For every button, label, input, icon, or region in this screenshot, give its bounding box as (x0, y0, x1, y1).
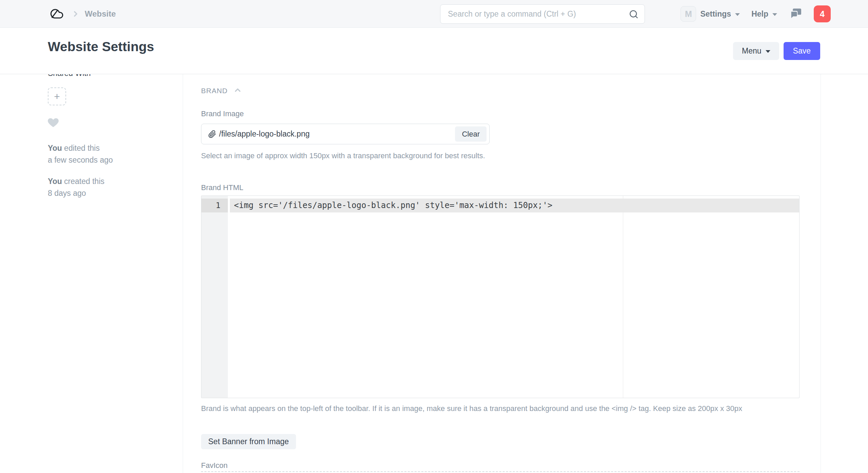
settings-dropdown-label: Settings (700, 9, 731, 19)
page-actions: Menu Save (733, 42, 820, 60)
timeline-user: You (48, 177, 62, 186)
editor-line-number: 1 (201, 199, 220, 212)
form-body: BRAND Brand Image /files/apple-logo-blac… (201, 74, 800, 473)
page-head: Website Settings Menu Save (0, 28, 868, 74)
avatar: M (680, 6, 696, 22)
help-dropdown-label: Help (751, 9, 768, 19)
timeline-user: You (48, 144, 62, 152)
timeline-action: created this (62, 177, 104, 186)
editor-print-margin (623, 196, 623, 398)
sidebar-divider (183, 74, 183, 473)
timeline-when: a few seconds ago (48, 156, 113, 164)
set-banner-from-image-button[interactable]: Set Banner from Image (201, 434, 296, 449)
editor-gutter (201, 196, 228, 398)
brand-html-label: Brand HTML (201, 183, 243, 192)
clear-attachment-button[interactable]: Clear (455, 126, 487, 142)
help-dropdown[interactable]: Help (751, 9, 777, 19)
save-button[interactable]: Save (784, 42, 820, 60)
brand-image-label: Brand Image (201, 109, 244, 118)
timeline-created: You created this 8 days ago (48, 176, 104, 199)
brand-html-code-editor[interactable]: 1 <img src='/files/apple-logo-black.png'… (201, 196, 800, 398)
chevron-right-icon (71, 9, 80, 18)
caret-down-icon (735, 13, 740, 16)
search-icon[interactable] (629, 9, 639, 21)
attached-file-name: /files/apple-logo-black.png (219, 129, 310, 139)
menu-button-label: Menu (742, 46, 762, 56)
form-right-border (821, 74, 821, 473)
cloud-logo-icon (48, 7, 63, 20)
navbar-right: M Settings Help 4 (680, 0, 831, 28)
timeline-when: 8 days ago (48, 189, 86, 198)
caret-down-icon (772, 13, 777, 16)
breadcrumb[interactable]: Website (85, 9, 116, 19)
favicon-label: FavIcon (201, 461, 228, 470)
brand-image-description: Select an image of approx width 150px wi… (201, 150, 496, 162)
timeline-edited: You edited this a few seconds ago (48, 142, 113, 166)
section-label: BRAND (201, 87, 228, 95)
navbar: Website M Settings Help (0, 0, 868, 28)
editor-code-line: <img src='/files/apple-logo-black.png' s… (234, 199, 552, 212)
global-search (440, 4, 645, 24)
chat-bubbles-icon (789, 7, 802, 21)
paperclip-icon (208, 130, 216, 138)
caret-down-icon (766, 50, 770, 53)
chevron-up-icon (233, 86, 242, 96)
notifications-badge[interactable]: 4 (814, 5, 831, 22)
favicon-attach-area-edge (201, 471, 800, 473)
brand-html-description: Brand is what appears on the top-left of… (201, 403, 803, 414)
navbar-left: Website (48, 6, 116, 22)
timeline-action: edited this (62, 144, 100, 152)
website-settings-screen: Website M Settings Help (0, 0, 868, 473)
chat-button[interactable] (789, 7, 802, 21)
page-title: Website Settings (48, 39, 154, 54)
section-head-brand[interactable]: BRAND (201, 86, 242, 96)
brand-image-attachment: /files/apple-logo-black.png Clear (201, 124, 490, 144)
app-logo[interactable] (48, 6, 64, 22)
heart-icon[interactable] (47, 117, 59, 129)
menu-button[interactable]: Menu (733, 42, 779, 60)
search-input[interactable] (440, 4, 645, 24)
settings-dropdown[interactable]: M Settings (680, 6, 740, 22)
add-share-button[interactable]: + (48, 87, 66, 105)
attached-file-link[interactable]: /files/apple-logo-black.png (208, 129, 455, 139)
